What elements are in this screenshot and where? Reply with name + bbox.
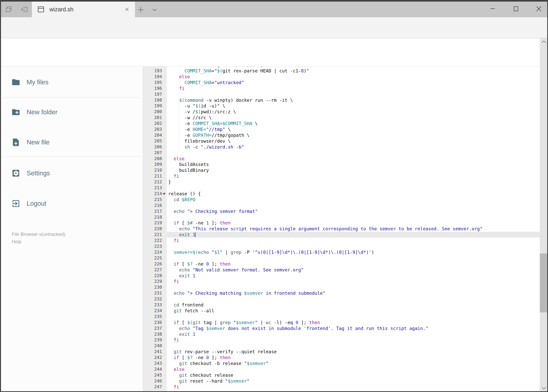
code-line[interactable]: 226 if [ $? -ne 0 ]; then — [142, 261, 540, 267]
code-line[interactable]: 237 echo "Tag $semver does not exist in … — [142, 325, 540, 331]
code-line[interactable]: 225 — [142, 255, 540, 261]
fold-arrow-icon[interactable] — [163, 193, 166, 195]
code-line[interactable]: 205 filebrowser/dev \ — [142, 138, 540, 144]
tab-list-button[interactable] — [149, 4, 160, 15]
sidebar-item-new-folder[interactable]: New folder — [0, 101, 142, 123]
code-text: cd frontend — [168, 302, 203, 308]
file-plus-icon — [11, 138, 20, 147]
code-line[interactable]: 239 fi — [142, 337, 540, 343]
minimize-button[interactable] — [485, 2, 500, 15]
code-text: -v /$(pwd):/src:z \ — [168, 109, 236, 115]
code-line[interactable]: 206 sh -c "./wizard.sh -b" — [142, 144, 540, 150]
code-line[interactable]: 214release () { — [142, 191, 540, 197]
code-line[interactable]: 212} — [142, 179, 540, 185]
code-line[interactable]: 211 fi — [142, 173, 540, 179]
code-line[interactable]: 210 buildBinary — [142, 167, 540, 173]
sidebar-item-logout[interactable]: Logout — [0, 193, 142, 214]
tab-preview-icon[interactable] — [5, 5, 13, 14]
code-line[interactable]: 208 else — [142, 156, 540, 162]
sidebar-footer: File Browser v(untracked) Help — [12, 231, 65, 245]
code-line[interactable]: 233 cd frontend — [142, 302, 540, 308]
sidebar-item-settings[interactable]: Settings — [0, 162, 142, 184]
code-text: sh -c "./wizard.sh -b" — [168, 144, 244, 150]
scroll-down-icon[interactable] — [540, 385, 548, 392]
code-line[interactable]: 198 $(command -v winpty) docker run --rm… — [142, 97, 540, 103]
code-text: } — [168, 179, 171, 185]
tab-actions-area — [1, 1, 32, 17]
scroll-up-icon[interactable] — [540, 38, 548, 45]
code-line[interactable]: 203 -e HOME="//tmp" \ — [142, 126, 540, 132]
code-line[interactable]: 246 git reset --hard "$semver" — [142, 378, 540, 384]
tab-close-icon[interactable] — [124, 7, 130, 12]
code-line[interactable]: 228 exit 1 — [142, 273, 540, 279]
code-text: echo "Not valid semver format. See semve… — [168, 267, 304, 273]
code-line[interactable]: 231 echo "> Checking matching $semver in… — [142, 290, 540, 296]
code-line[interactable]: 200 -v /$(pwd):/src:z \ — [142, 109, 540, 115]
code-line[interactable]: 217 echo "> Checking semver format" — [142, 208, 540, 214]
page-scrollbar[interactable] — [540, 38, 548, 392]
code-line[interactable]: 236 if [ $(git tag | grep "$semver" | wc… — [142, 320, 540, 325]
code-line[interactable]: 230 — [142, 284, 540, 290]
code-line[interactable]: 222 fi — [142, 238, 540, 244]
maximize-button[interactable] — [508, 2, 524, 15]
close-window-button[interactable] — [531, 2, 547, 15]
code-line[interactable]: 238 exit 1 — [142, 331, 540, 337]
code-line[interactable]: 229 fi — [142, 279, 540, 284]
minimize-icon — [490, 6, 496, 12]
code-line[interactable]: 196 fi — [142, 85, 540, 91]
code-line[interactable]: 235 — [142, 314, 540, 320]
code-line[interactable]: 240 — [142, 343, 540, 349]
code-line[interactable]: 207 — [142, 150, 540, 156]
sidebar-item-new-file[interactable]: New file — [0, 132, 142, 153]
code-line[interactable]: 245 git checkout release — [142, 372, 540, 378]
code-text: semver=$(echo "$1" | grep -P '^v(0|[1-9]… — [168, 249, 374, 255]
code-line[interactable]: 241 git rev-parse --verify --quiet relea… — [142, 349, 540, 355]
scrollbar-thumb[interactable] — [540, 253, 548, 312]
code-line[interactable]: 244 else — [142, 366, 540, 372]
code-line[interactable]: 219 if [ $# -ne 1 ]; then — [142, 220, 540, 226]
sidebar-item-label: Settings — [27, 169, 50, 177]
code-line[interactable]: 234 git fetch --all — [142, 308, 540, 314]
line-number: 227 — [142, 267, 162, 273]
sidebar-item-my-files[interactable]: My files — [0, 71, 142, 93]
code-line[interactable]: 224 semver=$(echo "$1" | grep -P '^v(0|[… — [142, 249, 540, 255]
code-line[interactable]: 221 exit 1 — [142, 232, 540, 238]
code-line[interactable]: 242 if [ $? -ne 0 ]; then — [142, 355, 540, 360]
code-line[interactable]: 194 else — [142, 74, 540, 80]
code-text: if [ $(git tag | grep "$semver" | wc -l)… — [168, 320, 320, 325]
code-line[interactable]: 247 fi — [142, 384, 540, 390]
code-line[interactable]: 216 — [142, 203, 540, 208]
line-number: 221 — [142, 232, 162, 238]
code-line[interactable]: 199 -u "$(id -u)" \ — [142, 103, 540, 109]
code-line[interactable]: 202 -e COMMIT_SHA=$COMMIT_SHA \ — [142, 120, 540, 126]
code-line[interactable]: 227 echo "Not valid semver format. See s… — [142, 267, 540, 273]
text-cursor — [195, 232, 196, 237]
tab-title: wizard.sh — [49, 6, 124, 13]
code-line[interactable]: 223 — [142, 244, 540, 249]
code-text: buildAssets — [168, 161, 209, 167]
code-text: git fetch --all — [168, 308, 214, 314]
code-line[interactable]: 201 -w //src \ — [142, 115, 540, 120]
code-line[interactable]: 195 COMMIT_SHA="untracked" — [142, 80, 540, 85]
code-line[interactable]: 243 git checkout -b release "$semver" — [142, 360, 540, 366]
code-line[interactable]: 197 — [142, 91, 540, 97]
line-number: 232 — [142, 296, 162, 302]
code-editor[interactable]: 192 if command -v git &> /dev/null; then… — [142, 67, 540, 392]
code-line[interactable]: 213 — [142, 185, 540, 191]
line-number: 202 — [142, 120, 162, 126]
code-line[interactable]: 232 — [142, 296, 540, 302]
settings-icon — [11, 169, 20, 178]
help-link[interactable]: Help — [12, 238, 65, 245]
code-line[interactable]: 209 buildAssets — [142, 161, 540, 167]
code-line[interactable]: 215 cd $REPO — [142, 197, 540, 203]
code-line[interactable]: 218 — [142, 214, 540, 220]
code-line[interactable]: 220 echo "This release script requires a… — [142, 226, 540, 232]
code-line[interactable]: 193 COMMIT_SHA="$(git rev-parse HEAD | c… — [142, 68, 540, 74]
code-text: COMMIT_SHA="untracked" — [168, 80, 244, 85]
code-line[interactable]: 204 -e GOPATH=//tmp/gopath \ — [142, 132, 540, 138]
line-number: 216 — [142, 203, 162, 208]
line-number: 222 — [142, 238, 162, 244]
new-tab-button[interactable] — [135, 4, 146, 15]
set-tabs-aside-icon[interactable] — [20, 5, 28, 14]
browser-tab[interactable]: wizard.sh — [32, 1, 135, 17]
